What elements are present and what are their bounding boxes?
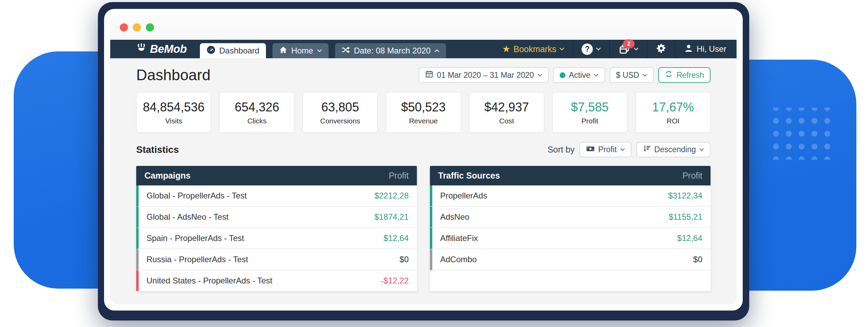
bemob-logo[interactable]: BeMob (136, 40, 187, 58)
stat-label: Conversions (320, 117, 360, 125)
bemob-logo-icon (136, 43, 147, 56)
tab-dashboard-label: Dashboard (219, 46, 259, 56)
bookmarks-menu[interactable]: ★ Bookmarks (494, 40, 573, 58)
row-name: Global - PropellerAds - Test (146, 191, 247, 201)
refresh-button[interactable]: Refresh (658, 67, 711, 83)
sort-descending-icon (643, 145, 651, 155)
stat-value: $42,937 (484, 100, 529, 114)
minimize-window-button[interactable] (133, 23, 141, 32)
star-icon: ★ (502, 45, 510, 54)
help-icon: ? (582, 44, 593, 55)
table-header: Campaigns Profit (136, 166, 417, 185)
navbar-right: ★ Bookmarks ? (494, 40, 735, 58)
tab-dashboard[interactable]: Dashboard (200, 43, 266, 58)
table-title: Campaigns (144, 171, 191, 181)
row-name: AdCombo (440, 255, 477, 264)
zoom-window-button[interactable] (146, 23, 154, 32)
stat-value: 654,326 (235, 100, 279, 114)
tab-date[interactable]: Date: 08 March 2020 (335, 43, 446, 58)
row-value: $0 (693, 255, 702, 264)
sort-order-dropdown[interactable]: Descending (636, 142, 711, 157)
status-filter-dropdown[interactable]: Active (553, 67, 605, 83)
stat-card: 63,805 Conversions (303, 92, 378, 133)
table-row[interactable]: Global - PropellerAds - Test $2212,28 (136, 185, 417, 207)
chevron-down-icon (594, 74, 599, 77)
stat-value: 63,805 (321, 100, 359, 114)
user-menu[interactable]: Hi, User (675, 40, 735, 58)
gauge-icon (206, 45, 216, 57)
stat-value: $50,523 (401, 100, 446, 114)
stat-label: Profit (582, 117, 598, 125)
table-body: PropellerAds $3122,34 AdsNeo $1155,21 Af… (430, 185, 711, 291)
stat-card: 654,326 Clicks (219, 92, 294, 133)
close-window-button[interactable] (120, 23, 128, 32)
chevron-down-icon (596, 47, 601, 51)
tab-date-label: Date: 08 March 2020 (354, 46, 431, 56)
pages-icon: 2 (618, 43, 630, 55)
row-value: -$12,22 (381, 276, 409, 286)
currency-dropdown[interactable]: $ USD (610, 67, 654, 83)
page-header-row: Dashboard 01 Mar 2020 – 31 Mar 2020 (136, 66, 711, 84)
gear-icon (656, 43, 667, 55)
tab-home[interactable]: Home (272, 43, 329, 58)
row-value: $0 (399, 255, 409, 264)
table-row[interactable]: AffiliateFix $12,64 (430, 228, 711, 249)
table-title: Traffic Sources (438, 171, 500, 181)
decor-dot-grid (769, 108, 834, 160)
stat-label: Clicks (247, 117, 267, 125)
table-row[interactable]: PropellerAds $3122,34 (430, 185, 711, 207)
table-row[interactable]: Global - AdsNeo - Test $1874,21 (136, 207, 417, 228)
home-icon (279, 46, 288, 56)
row-name: PropellerAds (440, 191, 487, 201)
bookmarks-label: Bookmarks (513, 44, 556, 54)
app-window: BeMob Dashboard (104, 9, 743, 311)
row-name: Global - AdsNeo - Test (146, 212, 229, 222)
dashboard-content: Dashboard 01 Mar 2020 – 31 Mar 2020 (110, 58, 737, 304)
chevron-up-icon (434, 49, 439, 52)
row-value: $1155,21 (669, 212, 702, 222)
sort-field-dropdown[interactable]: Profit (579, 142, 631, 157)
statistics-heading: Statistics (136, 144, 179, 155)
active-status-dot-icon (560, 72, 565, 78)
stat-value: $7,585 (571, 100, 609, 114)
table-row[interactable]: United States - PropellerAds - Test -$12… (136, 270, 417, 291)
row-name: AffiliateFix (440, 233, 478, 243)
stat-label: Visits (165, 117, 182, 125)
chevron-down-icon (537, 74, 542, 77)
chevron-down-icon (317, 49, 322, 52)
table-row[interactable]: AdCombo $0 (430, 249, 711, 270)
table-row[interactable]: AdsNeo $1155,21 (430, 207, 711, 228)
date-range-picker[interactable]: 01 Mar 2020 – 31 Mar 2020 (419, 67, 549, 83)
navbar-tabs: Dashboard Home (200, 40, 446, 58)
bemob-logo-text: BeMob (150, 43, 187, 56)
notifications-menu[interactable]: 2 (609, 40, 647, 58)
stat-card: $7,585 Profit (552, 92, 627, 133)
table-body: Global - PropellerAds - Test $2212,28 Gl… (136, 185, 417, 291)
table-row[interactable]: Spain - PropellerAds - Test $12,64 (136, 228, 417, 249)
page-background: BeMob Dashboard (0, 0, 868, 327)
stat-card: 17,67% ROI (636, 92, 711, 133)
chevron-down-icon (559, 47, 564, 51)
currency-label: $ USD (616, 71, 639, 80)
status-filter-label: Active (569, 71, 590, 80)
chevron-down-icon (634, 47, 639, 51)
row-name: Spain - PropellerAds - Test (146, 233, 244, 243)
table-row[interactable]: Russia - PropellerAds - Test $0 (136, 249, 417, 270)
row-value: $2212,28 (374, 191, 409, 201)
row-name: United States - PropellerAds - Test (146, 276, 272, 286)
stat-label: Cost (499, 117, 514, 125)
help-menu[interactable]: ? (573, 40, 609, 58)
chevron-down-icon (620, 148, 625, 151)
settings-menu[interactable] (647, 40, 675, 58)
row-value: $12,64 (677, 233, 702, 243)
table-traffic-sources: Traffic Sources Profit PropellerAds $312… (430, 166, 711, 291)
stat-card: $42,937 Cost (469, 92, 544, 133)
stat-label: Revenue (409, 117, 438, 125)
main-navbar: BeMob Dashboard (110, 40, 737, 58)
table-campaigns: Campaigns Profit Global - PropellerAds -… (136, 166, 417, 291)
date-range-label: 01 Mar 2020 – 31 Mar 2020 (437, 71, 534, 80)
sort-order-label: Descending (654, 145, 696, 154)
user-icon (684, 44, 693, 54)
row-value: $3122,34 (668, 191, 702, 201)
row-value: $12,64 (384, 233, 409, 243)
